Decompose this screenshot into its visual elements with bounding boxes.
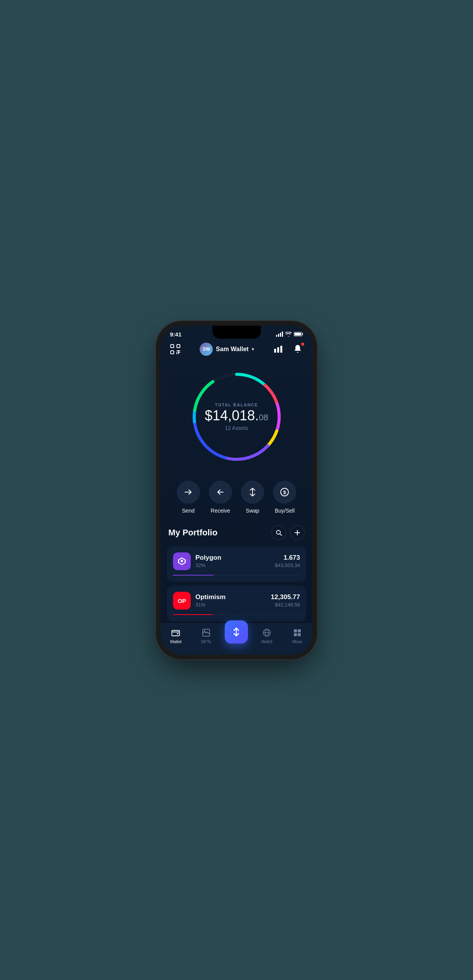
scan-icon [168, 342, 182, 356]
svg-rect-40 [294, 629, 297, 632]
svg-rect-11 [277, 347, 279, 353]
chart-button[interactable] [271, 342, 285, 356]
svg-line-28 [280, 534, 281, 535]
header: SW Sam Wallet ▾ [161, 339, 312, 361]
optimism-progress-bar [173, 614, 300, 615]
optimism-amount: 12,305.77 [271, 593, 300, 601]
status-icons [276, 331, 303, 337]
optimism-pct: 31% [195, 602, 225, 608]
polygon-icon [173, 552, 191, 570]
svg-rect-32 [172, 630, 180, 636]
center-action-button[interactable] [225, 620, 248, 644]
svg-rect-10 [274, 349, 276, 353]
swap-icon [249, 488, 256, 496]
tab-bar: Wallet NFTs [161, 623, 312, 655]
portfolio-title: My Portfolio [168, 528, 217, 538]
search-button[interactable] [271, 525, 286, 540]
avatar: SW [200, 343, 213, 356]
svg-rect-2 [295, 333, 301, 336]
polygon-amount: 1.673 [275, 554, 300, 562]
optimism-asset-card[interactable]: OP Optimism 31% 12,305.77 $42,149.56 [167, 586, 306, 621]
signal-bars-icon [276, 331, 283, 337]
notification-badge [301, 342, 305, 346]
wallet-selector[interactable]: SW Sam Wallet ▾ [200, 343, 254, 356]
search-icon [276, 530, 282, 536]
notch [212, 326, 261, 339]
svg-point-35 [204, 630, 205, 632]
more-tab-icon [293, 628, 302, 637]
portfolio-header: My Portfolio [167, 525, 306, 546]
nfts-tab-icon [202, 628, 211, 637]
balance-center: TOTAL BALANCE $14,018.08 12 Assets [205, 403, 268, 431]
add-icon [294, 530, 300, 536]
svg-text:OP: OP [178, 598, 186, 604]
tab-nfts-label: NFTs [201, 639, 211, 644]
svg-rect-3 [171, 345, 174, 348]
tab-more-label: More [292, 639, 302, 644]
header-right [271, 342, 305, 356]
phone-frame: 9:41 [161, 326, 312, 655]
tab-more[interactable]: More [286, 628, 309, 644]
polygon-usd: $43,003.34 [275, 562, 300, 568]
receive-icon [216, 489, 225, 496]
polygon-pct: 32% [195, 562, 221, 568]
chart-icon [274, 346, 283, 353]
buysell-icon: $ [280, 487, 289, 497]
send-label: Send [182, 508, 195, 514]
buysell-button[interactable]: $ Buy/Sell [273, 481, 296, 514]
svg-rect-12 [280, 346, 282, 353]
buysell-label: Buy/Sell [275, 508, 295, 514]
polygon-name: Polygon [195, 554, 221, 562]
tab-wallet[interactable]: Wallet [164, 628, 187, 644]
svg-rect-33 [177, 633, 178, 634]
add-asset-button[interactable] [290, 525, 305, 540]
send-button[interactable]: Send [177, 481, 200, 514]
optimism-name: Optimism [195, 593, 225, 601]
svg-rect-43 [298, 633, 301, 636]
wallet-name: Sam Wallet [216, 346, 249, 353]
scan-button[interactable] [168, 342, 182, 356]
swap-label: Swap [246, 508, 259, 514]
swap-button[interactable]: Swap [241, 481, 264, 514]
notification-icon [294, 345, 302, 353]
donut-chart: TOTAL BALANCE $14,018.08 12 Assets [185, 365, 289, 469]
send-icon [184, 489, 193, 496]
svg-rect-5 [171, 351, 174, 354]
portfolio-actions [271, 525, 305, 540]
chevron-down-icon: ▾ [252, 346, 254, 352]
receive-label: Receive [211, 508, 231, 514]
status-time: 9:41 [170, 331, 181, 338]
tab-web3-label: Web3 [261, 639, 273, 644]
balance-amount: $14,018.08 [205, 409, 268, 423]
tab-wallet-label: Wallet [170, 639, 181, 644]
svg-rect-42 [294, 633, 297, 636]
balance-chart: TOTAL BALANCE $14,018.08 12 Assets [161, 361, 312, 477]
tab-nfts[interactable]: NFTs [195, 628, 218, 644]
balance-label: TOTAL BALANCE [205, 403, 268, 407]
polygon-progress-bar [173, 575, 300, 576]
battery-icon [294, 332, 303, 336]
center-action-icon [231, 627, 242, 637]
notification-button[interactable] [291, 342, 305, 356]
optimism-icon: OP [173, 592, 191, 610]
svg-text:$: $ [283, 489, 287, 495]
svg-rect-1 [302, 333, 303, 335]
balance-assets: 12 Assets [205, 425, 268, 431]
wifi-icon [285, 332, 292, 336]
svg-rect-41 [298, 629, 301, 632]
svg-rect-4 [177, 345, 180, 348]
web3-tab-icon [262, 628, 271, 637]
screen: 9:41 [161, 326, 312, 655]
wallet-tab-icon [171, 628, 180, 637]
polygon-asset-card[interactable]: Polygon 32% 1.673 $43,003.34 [167, 546, 306, 582]
receive-button[interactable]: Receive [209, 481, 232, 514]
optimism-usd: $42,149.56 [271, 602, 300, 608]
tab-web3[interactable]: Web3 [255, 628, 278, 644]
action-buttons: Send Receive [161, 477, 312, 525]
portfolio-section: My Portfolio [161, 525, 312, 621]
